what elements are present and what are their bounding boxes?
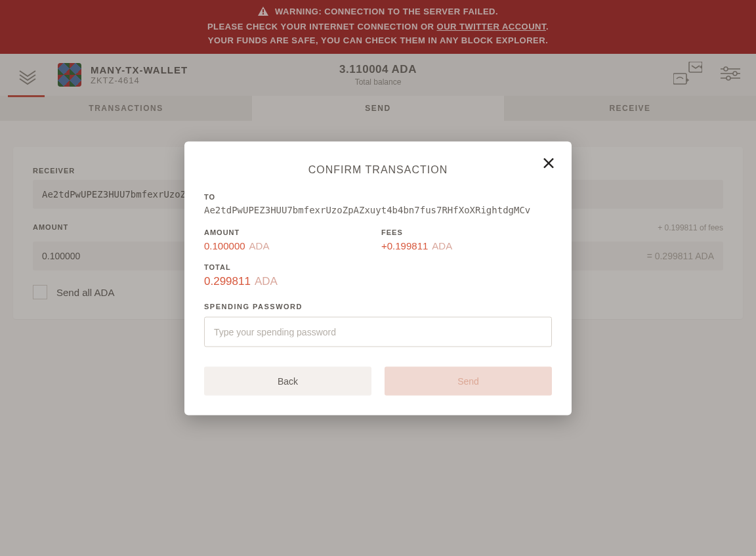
fees-block: FEES +0.199811 ADA xyxy=(381,228,552,251)
send-button[interactable]: Send xyxy=(385,366,552,395)
modal-fees-currency: ADA xyxy=(432,240,452,251)
modal-title: CONFIRM TRANSACTION xyxy=(204,163,552,175)
modal-total-currency: ADA xyxy=(255,274,278,288)
close-icon[interactable] xyxy=(543,157,555,171)
spending-password-label: SPENDING PASSWORD xyxy=(204,302,552,310)
amount-block: AMOUNT 0.100000 ADA xyxy=(204,228,375,251)
modal-amount-currency: ADA xyxy=(249,240,270,251)
total-block: TOTAL 0.299811 ADA xyxy=(204,263,552,288)
modal-fees-value: +0.199811 xyxy=(381,240,428,251)
modal-amount-label: AMOUNT xyxy=(204,228,375,236)
back-button[interactable]: Back xyxy=(204,366,371,395)
modal-total-value: 0.299811 xyxy=(204,274,251,288)
confirm-transaction-modal: CONFIRM TRANSACTION TO Ae2tdPwUPEZ3HUU7b… xyxy=(184,141,572,415)
modal-total-label: TOTAL xyxy=(204,263,552,270)
modal-fees-label: FEES xyxy=(381,228,552,236)
modal-amount-value: 0.100000 xyxy=(204,240,245,251)
to-label: TO xyxy=(204,192,552,200)
spending-password-input[interactable] xyxy=(204,316,552,347)
to-address: Ae2tdPwUPEZ3HUU7bmfexrUzoZpAZxuyt4b4bn7f… xyxy=(204,204,552,215)
